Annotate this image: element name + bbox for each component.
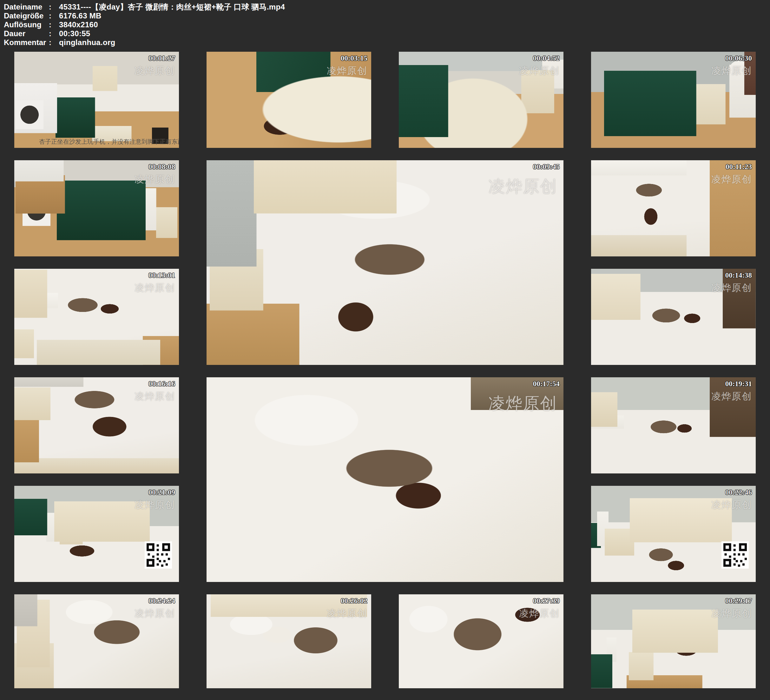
thumbnail-00-03-15[interactable]: 00:03:15 凌烨原创 [207, 52, 371, 148]
watermark-text: 凌烨原创 [134, 173, 175, 186]
timestamp-overlay: 00:06:30 [725, 54, 752, 63]
timestamp-overlay: 00:01:27 [149, 54, 175, 63]
watermark-text: 凌烨原创 [519, 65, 560, 78]
timestamp-overlay: 00:13:01 [149, 271, 175, 280]
qr-code [721, 541, 749, 569]
meta-label: Dateiname [4, 3, 49, 11]
thumbnail-00-13-01[interactable]: 00:13:01 凌烨原创 [14, 269, 179, 365]
thumbnail-00-17-54[interactable]: 00:17:54 凌烨原创 [207, 377, 563, 582]
meta-row-resolution: Auflösung:3840x2160 [4, 20, 770, 29]
comment-value: qinglanhua.org [59, 38, 115, 47]
watermark-text: 凌烨原创 [711, 65, 752, 78]
thumbnail-grid: 00:01:27 凌烨原创 杏子正坐在沙发上玩手机，并没有注意到脚下正有东西在接… [0, 46, 770, 695]
meta-label: Dateigröße [4, 11, 49, 20]
watermark-text: 凌烨原创 [134, 607, 175, 620]
thumbnail-00-27-39[interactable]: 00:27:39 凌烨原创 [399, 594, 563, 688]
watermark-text: 凌烨原创 [711, 607, 752, 620]
timestamp-overlay: 00:16:16 [149, 380, 175, 388]
thumbnail-00-24-24[interactable]: 00:24:24 凌烨原创 [14, 594, 179, 688]
watermark-text: 凌烨原创 [711, 390, 752, 403]
timestamp-overlay: 00:21:09 [149, 488, 175, 497]
timestamp-overlay: 00:08:08 [149, 163, 175, 171]
timestamp-overlay: 00:26:02 [341, 597, 367, 605]
subtitle-text: 杏子正坐在沙发上玩手机，并没有注意到脚下正有东西在接近 [39, 138, 176, 146]
resolution-value: 3840x2160 [59, 20, 98, 29]
contact-sheet-page: { "header": { "sep": ":", "r1": {"label"… [0, 0, 770, 700]
timestamp-overlay: 00:09:45 [533, 163, 560, 171]
watermark-text: 凌烨原创 [134, 282, 175, 295]
meta-label: Kommentar [4, 38, 49, 47]
thumbnail-00-16-16[interactable]: 00:16:16 凌烨原创 [14, 377, 179, 473]
timestamp-overlay: 00:22:46 [725, 488, 752, 497]
watermark-text: 凌烨原创 [711, 173, 752, 186]
timestamp-overlay: 00:14:38 [725, 271, 752, 280]
qr-code [145, 541, 172, 569]
watermark-text: 凌烨原创 [134, 390, 175, 403]
file-metadata-header: Dateiname:45331----【凌day】杏子 微剧情：肉丝+短裙+靴子… [0, 0, 770, 46]
watermark-text: 凌烨原创 [711, 282, 752, 295]
meta-label: Dauer [4, 29, 49, 38]
watermark-text: 凌烨原创 [134, 65, 175, 78]
thumbnail-00-22-46[interactable]: 00:22:46 凌烨原创 [591, 486, 756, 582]
thumbnail-00-08-08[interactable]: 00:08:08 凌烨原创 [14, 160, 179, 256]
filename-value: 45331----【凌day】杏子 微剧情：肉丝+短裙+靴子 口球 驷马.mp4 [59, 3, 285, 11]
thumbnail-00-09-45[interactable]: 00:09:45 凌烨原创 [207, 160, 563, 365]
filesize-value: 6176.63 MB [59, 11, 102, 20]
thumbnail-00-04-52[interactable]: 00:04:52 凌烨原创 [399, 52, 563, 148]
meta-row-comment: Kommentar:qinglanhua.org [4, 38, 770, 47]
meta-row-duration: Dauer:00:30:55 [4, 29, 770, 38]
duration-value: 00:30:55 [59, 29, 90, 38]
thumbnail-00-14-38[interactable]: 00:14:38 凌烨原创 [591, 269, 756, 365]
thumbnail-00-26-02[interactable]: 00:26:02 凌烨原创 [207, 594, 371, 688]
timestamp-overlay: 00:11:23 [726, 163, 752, 171]
watermark-text: 凌烨原创 [134, 499, 175, 512]
thumbnail-00-11-23[interactable]: 00:11:23 凌烨原创 [591, 160, 756, 256]
thumbnail-00-21-09[interactable]: 00:21:09 凌烨原创 [14, 486, 179, 582]
watermark-text: 凌烨原创 [489, 175, 557, 198]
watermark-text: 凌烨原创 [519, 607, 560, 620]
timestamp-overlay: 00:19:31 [725, 380, 752, 388]
meta-row-filename: Dateiname:45331----【凌day】杏子 微剧情：肉丝+短裙+靴子… [4, 3, 770, 11]
timestamp-overlay: 00:03:15 [341, 54, 367, 63]
watermark-text: 凌烨原创 [711, 499, 752, 512]
watermark-text: 凌烨原创 [327, 607, 367, 620]
timestamp-overlay: 00:04:52 [533, 54, 560, 63]
thumbnail-00-29-17[interactable]: 00:29:17 凌烨原创 [591, 594, 756, 688]
thumbnail-00-19-31[interactable]: 00:19:31 凌烨原创 [591, 377, 756, 473]
watermark-text: 凌烨原创 [327, 65, 367, 78]
timestamp-overlay: 00:29:17 [725, 597, 752, 605]
thumbnail-00-06-30[interactable]: 00:06:30 凌烨原创 [591, 52, 756, 148]
timestamp-overlay: 00:27:39 [533, 597, 560, 605]
timestamp-overlay: 00:24:24 [149, 597, 175, 605]
timestamp-overlay: 00:17:54 [533, 380, 560, 388]
meta-row-filesize: Dateigröße:6176.63 MB [4, 11, 770, 20]
thumbnail-00-01-27[interactable]: 00:01:27 凌烨原创 杏子正坐在沙发上玩手机，并没有注意到脚下正有东西在接… [14, 52, 179, 148]
meta-label: Auflösung [4, 20, 49, 29]
watermark-text: 凌烨原创 [489, 392, 557, 415]
